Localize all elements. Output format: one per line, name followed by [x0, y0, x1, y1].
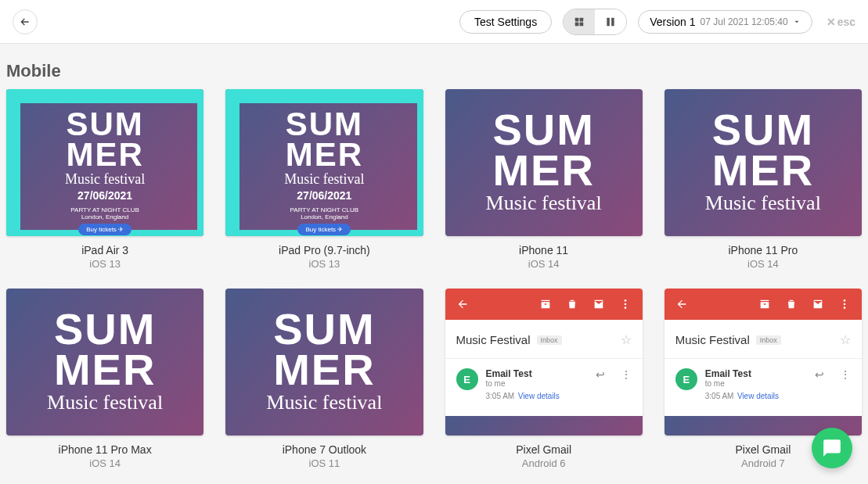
gmail-time: 3:05 AM [486, 392, 515, 400]
device-card[interactable]: SUM MER Music festival iPhone 11 Pro iOS… [665, 89, 862, 270]
gmail-to: to me [486, 379, 560, 388]
device-card[interactable]: SUM MER Music festival 27/06/2021 PARTY … [6, 89, 203, 270]
device-thumbnail: SUM MER Music festival [445, 89, 643, 236]
poster-festival: Music festival [266, 391, 382, 414]
poster-line1: SUM [54, 309, 156, 350]
mail-icon [812, 298, 824, 310]
device-card[interactable]: SUM MER Music festival 27/06/2021 PARTY … [225, 89, 423, 270]
more-vert-icon [838, 298, 851, 310]
device-title: iPhone 11 [519, 244, 568, 256]
poster-line2: MER [273, 350, 375, 390]
more-vert-icon: ⋮ [621, 368, 632, 381]
device-os: Android 7 [741, 457, 785, 469]
reply-icon: ↩ [815, 368, 824, 381]
device-os: iOS 13 [309, 258, 340, 270]
poster-festival: Music festival [284, 171, 364, 188]
section-title: Mobile [0, 44, 868, 89]
gmail-inbox-label: Inbox [756, 335, 781, 345]
gmail-avatar: E [675, 368, 697, 390]
device-title: iPad Air 3 [81, 244, 128, 256]
poster-date: 27/06/2021 [297, 189, 351, 202]
device-grid: SUM MER Music festival 27/06/2021 PARTY … [0, 89, 868, 469]
esc-label: esc [837, 16, 855, 28]
poster-festival: Music festival [47, 391, 163, 414]
device-os: iOS 14 [747, 258, 779, 270]
device-thumbnail: SUM MER Music festival 27/06/2021 PARTY … [6, 89, 203, 236]
chat-fab[interactable] [812, 428, 852, 468]
svg-point-7 [624, 303, 626, 306]
gmail-thumbnail: Music Festival Inbox ☆ E Email Test to m… [445, 289, 643, 436]
svg-rect-1 [580, 17, 584, 21]
trash-icon [785, 298, 798, 310]
gmail-body-preview [445, 416, 643, 436]
test-settings-button[interactable]: Test Settings [459, 10, 552, 34]
poster-thumbnail: SUM MER Music festival [665, 89, 862, 236]
device-os: iOS 11 [309, 457, 340, 469]
gmail-time: 3:05 AM [705, 392, 734, 400]
svg-point-10 [844, 303, 846, 306]
arrow-left-icon [456, 298, 469, 310]
poster-thumbnail: SUM MER Music festival 27/06/2021 PARTY … [6, 89, 203, 236]
poster-festival: Music festival [486, 192, 602, 215]
gmail-inbox-label: Inbox [537, 335, 562, 345]
device-title: iPhone 11 Pro [729, 244, 798, 256]
chat-icon [822, 438, 842, 458]
gmail-toolbar [445, 289, 643, 320]
poster-line2: MER [712, 150, 814, 191]
gmail-subject: Music Festival [675, 333, 750, 346]
poster-line2: MER [66, 140, 143, 170]
poster-thumbnail: SUM MER Music festival [6, 289, 203, 436]
star-icon: ☆ [621, 332, 632, 347]
device-thumbnail: SUM MER Music festival 27/06/2021 PARTY … [225, 89, 423, 236]
reply-icon: ↩ [596, 368, 605, 381]
more-vert-icon: ⋮ [840, 368, 851, 381]
archive-icon [539, 298, 552, 310]
svg-rect-4 [607, 17, 610, 26]
topbar: Test Settings Version 1 07 Jul 2021 12:0… [0, 0, 868, 44]
poster-venue: PARTY AT NIGHT CLUBLondon, England [70, 206, 139, 220]
gmail-sender: Email Test [705, 368, 779, 379]
poster-line1: SUM [286, 109, 363, 140]
grid-icon [574, 16, 585, 27]
device-thumbnail: Music Festival Inbox ☆ E Email Test to m… [445, 289, 643, 436]
gmail-view-details: View details [737, 392, 779, 400]
device-thumbnail: SUM MER Music festival [665, 89, 862, 236]
device-card[interactable]: Music Festival Inbox ☆ E Email Test to m… [445, 289, 643, 469]
poster-line1: SUM [492, 109, 594, 150]
poster-thumbnail: SUM MER Music festival [225, 289, 423, 436]
device-title: iPhone 11 Pro Max [59, 443, 152, 456]
device-card[interactable]: SUM MER Music festival iPhone 11 iOS 14 [445, 89, 643, 270]
poster-festival: Music festival [705, 192, 821, 215]
svg-rect-3 [580, 22, 584, 26]
device-thumbnail: Music Festival Inbox ☆ E Email Test to m… [665, 289, 862, 436]
split-view-button[interactable] [595, 9, 626, 34]
arrow-left-icon [19, 16, 31, 28]
back-button[interactable] [13, 9, 38, 34]
gmail-toolbar [665, 289, 862, 320]
device-card[interactable]: SUM MER Music festival iPhone 11 Pro Max… [6, 289, 203, 469]
grid-view-button[interactable] [564, 9, 595, 34]
gmail-to: to me [705, 379, 779, 388]
svg-point-8 [624, 307, 626, 309]
version-label: Version 1 [650, 16, 695, 28]
mail-icon [592, 298, 605, 310]
device-os: iOS 13 [89, 258, 121, 270]
poster-thumbnail: SUM MER Music festival [445, 89, 643, 236]
svg-rect-5 [611, 17, 614, 26]
gmail-avatar: E [456, 368, 478, 390]
poster-date: 27/06/2021 [77, 189, 132, 202]
device-card[interactable]: SUM MER Music festival iPhone 7 Outlook … [225, 289, 423, 469]
arrow-left-icon [675, 298, 688, 310]
device-title: iPhone 7 Outlook [283, 443, 366, 456]
poster-line2: MER [54, 350, 156, 390]
poster-line2: MER [492, 150, 594, 191]
version-selector[interactable]: Version 1 07 Jul 2021 12:05:40 [638, 10, 812, 34]
star-icon: ☆ [840, 332, 851, 347]
gmail-subject: Music Festival [456, 333, 531, 346]
close-icon: ✕ [827, 16, 836, 28]
device-os: iOS 14 [89, 457, 121, 469]
svg-point-6 [624, 299, 626, 302]
more-vert-icon [619, 298, 632, 310]
poster-thumbnail: SUM MER Music festival 27/06/2021 PARTY … [225, 89, 423, 236]
esc-hint[interactable]: ✕ esc [827, 16, 855, 28]
